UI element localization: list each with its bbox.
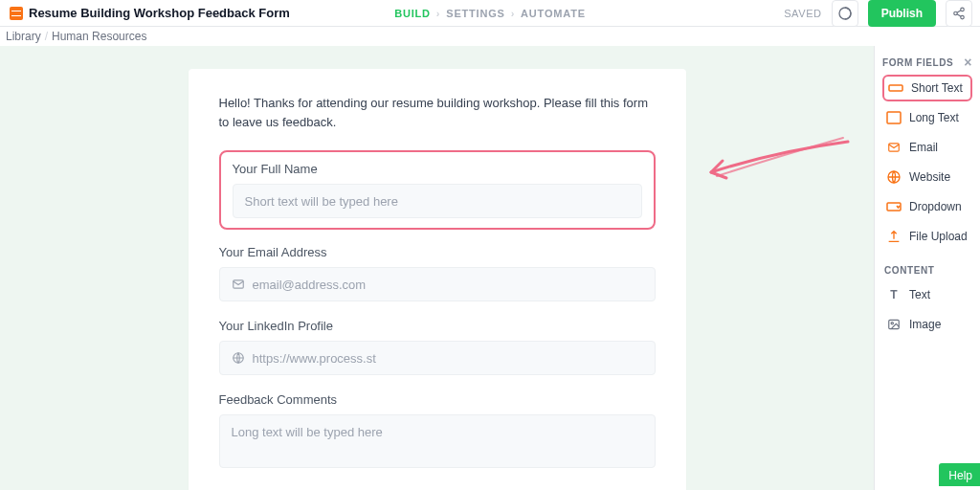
breadcrumb-section[interactable]: Human Resources xyxy=(52,30,146,43)
chevron-right-icon: › xyxy=(436,8,440,19)
envelope-icon xyxy=(232,278,245,291)
breadcrumb-row: Library / Human Resources xyxy=(0,27,980,46)
field-label-email: Your Email Address xyxy=(219,245,656,259)
feedback-input[interactable]: Long text will be typed here xyxy=(219,414,656,468)
close-icon[interactable]: × xyxy=(964,56,972,69)
sidebar-item-email[interactable]: Email xyxy=(882,134,972,161)
short-text-icon xyxy=(888,80,903,96)
center-tabs: BUILD › SETTINGS › AUTOMATE xyxy=(394,8,586,19)
sidebar-item-label: Email xyxy=(909,141,938,154)
globe-icon xyxy=(232,351,245,365)
field-feedback[interactable]: Feedback Comments Long text will be type… xyxy=(219,392,656,468)
sidebar-item-label: Dropdown xyxy=(909,200,962,213)
svg-rect-7 xyxy=(887,112,901,123)
sidebar-item-file-upload[interactable]: File Upload xyxy=(882,223,972,250)
sidebar-item-long-text[interactable]: Long Text xyxy=(882,104,972,131)
file-upload-icon xyxy=(886,229,902,244)
sidebar-item-label: File Upload xyxy=(909,230,968,243)
form-card: Hello! Thanks for attending our resume b… xyxy=(189,69,686,490)
sidebar-item-label: Text xyxy=(909,288,930,301)
tab-build[interactable]: BUILD xyxy=(394,8,431,19)
sidebar-item-label: Long Text xyxy=(909,111,959,124)
sidebar-item-website[interactable]: Website xyxy=(882,164,972,190)
email-placeholder: email@address.com xyxy=(253,278,367,292)
tab-automate[interactable]: AUTOMATE xyxy=(521,8,586,19)
title-area: Resume Building Workshop Feedback Form xyxy=(10,0,290,26)
fullname-placeholder: Short text will be typed here xyxy=(245,194,398,209)
sidebar-item-dropdown[interactable]: Dropdown xyxy=(882,193,972,220)
help-button[interactable]: Help xyxy=(939,463,980,486)
field-fullname[interactable]: Your Full Name Short text will be typed … xyxy=(219,150,656,230)
intro-text: Hello! Thanks for attending our resume b… xyxy=(219,94,656,131)
panel-header: FORM FIELDS × xyxy=(882,56,972,69)
breadcrumb: Library / Human Resources xyxy=(6,30,146,43)
breadcrumb-library[interactable]: Library xyxy=(6,30,41,43)
workspace: Hello! Thanks for attending our resume b… xyxy=(0,46,980,490)
publish-button[interactable]: Publish xyxy=(868,0,936,27)
sidebar-item-label: Website xyxy=(909,170,950,184)
field-label-fullname: Your Full Name xyxy=(233,162,642,176)
svg-point-2 xyxy=(954,11,958,15)
svg-point-12 xyxy=(891,323,893,324)
chevron-right-icon: › xyxy=(511,8,515,19)
svg-rect-6 xyxy=(889,85,902,91)
page-title: Resume Building Workshop Feedback Form xyxy=(29,6,290,20)
sidebar-item-image[interactable]: Image xyxy=(882,311,972,338)
sidebar-item-label: Image xyxy=(909,318,941,331)
fullname-input[interactable]: Short text will be typed here xyxy=(233,184,642,218)
field-label-linkedin: Your LinkedIn Profile xyxy=(219,319,656,333)
long-text-icon xyxy=(886,110,902,125)
share-button[interactable] xyxy=(946,0,972,27)
tab-settings[interactable]: SETTINGS xyxy=(446,8,504,19)
sidebar-item-text[interactable]: T Text xyxy=(882,281,972,308)
right-controls: SAVED Publish xyxy=(784,0,972,26)
email-input[interactable]: email@address.com xyxy=(219,267,656,301)
field-label-feedback: Feedback Comments xyxy=(219,392,656,407)
linkedin-input[interactable]: https://www.process.st xyxy=(219,341,656,375)
dropdown-icon xyxy=(886,199,902,214)
linkedin-placeholder: https://www.process.st xyxy=(253,351,376,366)
svg-point-3 xyxy=(961,15,965,18)
form-icon xyxy=(10,7,23,20)
topbar: Resume Building Workshop Feedback Form B… xyxy=(0,0,980,27)
text-icon: T xyxy=(886,287,902,302)
title-line: Resume Building Workshop Feedback Form xyxy=(10,6,290,20)
content-section-title: CONTENT xyxy=(884,265,972,276)
feedback-placeholder: Long text will be typed here xyxy=(232,425,383,439)
sidebar: FORM FIELDS × Short Text Long Text Email xyxy=(874,46,980,490)
sidebar-item-label: Short Text xyxy=(911,81,963,95)
breadcrumb-sep: / xyxy=(45,30,48,43)
saved-status: SAVED xyxy=(784,8,821,19)
email-icon xyxy=(886,140,902,155)
image-icon xyxy=(886,317,902,332)
eye-icon xyxy=(837,6,853,21)
annotation-arrow xyxy=(700,134,853,191)
preview-button[interactable] xyxy=(832,0,858,27)
field-email[interactable]: Your Email Address email@address.com xyxy=(219,245,656,301)
sidebar-item-short-text[interactable]: Short Text xyxy=(882,75,972,101)
panel-title: FORM FIELDS xyxy=(882,57,953,68)
share-icon xyxy=(952,7,966,20)
svg-point-1 xyxy=(961,8,965,11)
website-icon xyxy=(886,169,902,185)
field-linkedin[interactable]: Your LinkedIn Profile https://www.proces… xyxy=(219,319,656,375)
canvas: Hello! Thanks for attending our resume b… xyxy=(0,46,874,490)
